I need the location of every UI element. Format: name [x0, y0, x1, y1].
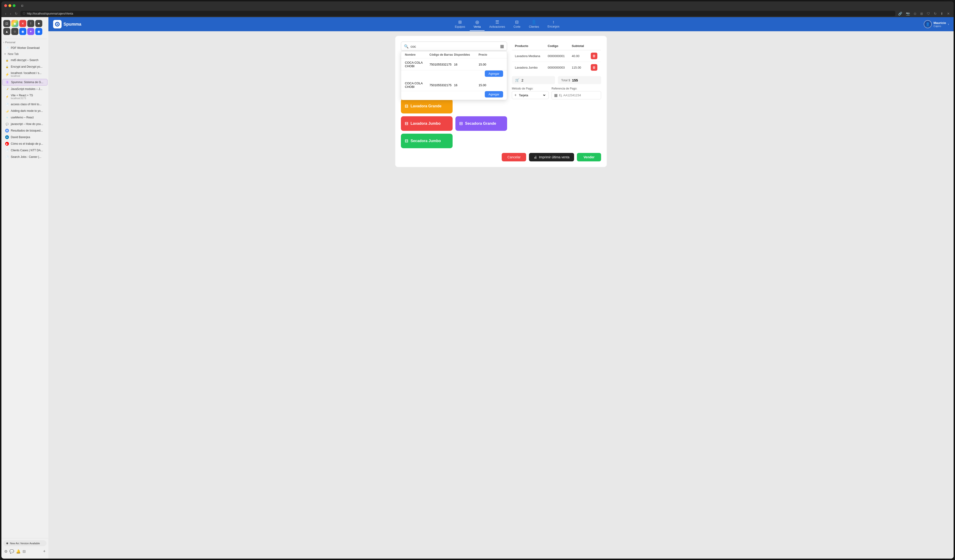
barcode-icon[interactable]: ▦ — [500, 44, 504, 49]
reload-button[interactable]: ↻ — [14, 11, 19, 16]
lavadora-grande-label: Lavadora Grande — [410, 104, 441, 108]
imprimir-button[interactable]: 🖨 Imprimir última venta — [529, 153, 574, 161]
back-button[interactable]: ‹ — [4, 11, 7, 16]
bookmark-icon[interactable]: 🔗 — [897, 11, 903, 16]
sidebar-github-btn[interactable]: ● — [35, 20, 42, 27]
cart-row-2-delete-btn[interactable]: 🗑 — [591, 64, 597, 71]
payment-select-wrapper: + Tarjeta Efectivo Transferencia — [512, 91, 549, 99]
payment-input-wrapper: ▦ — [551, 91, 601, 99]
personal-label: Personal — [5, 41, 15, 44]
header-user[interactable]: 👤 Mauricio Cajero › — [924, 20, 949, 28]
sidebar-item-access[interactable]: 📄 access class of html to... — [2, 101, 47, 107]
spumma-icon: S — [5, 80, 9, 84]
nav-tab-activaciones[interactable]: ☰ Activaciones — [485, 17, 509, 31]
cart-footer: 🛒 2 Total $ 155 — [512, 76, 601, 99]
sidebar-item-vite[interactable]: ⚡ Vite + React + TS localhost:5173 — [2, 92, 47, 101]
sidebar-item-usememo[interactable]: ⚛ useMemo – React — [2, 114, 47, 120]
sidebar-clients-label: Clients Cases | NTT DA... — [11, 149, 43, 152]
product-btn-secadora-jumbo[interactable]: ⊟ Secadora Jumbo — [401, 134, 452, 148]
nav-tab-corte[interactable]: ⊟ Corte — [510, 17, 524, 31]
new-arc-badge[interactable]: ◉ New Arc Version Available — [3, 540, 47, 546]
sidebar-rainbow-btn[interactable]: ◉ — [11, 20, 18, 27]
result-2-precio: 15.00 — [479, 83, 503, 87]
nav-tab-encargos[interactable]: ↕ Encargos — [544, 17, 563, 31]
sidebar-item-resultados[interactable]: M Resultados de búsqued... — [2, 128, 47, 134]
sidebar-new-tab[interactable]: + New Tab — [2, 51, 49, 57]
agregar-btn-1[interactable]: Agregar — [485, 70, 503, 77]
share-icon[interactable]: ⬆ — [939, 11, 944, 16]
sidebar-top-icons: ⊡ ◉ ✕ ! ● ▲ ☆ ◉ ✦ ◉ — [2, 19, 49, 36]
product-btn-secadora-grande[interactable]: ⊟ Secadora Grande — [456, 116, 507, 131]
agregar-btn-2[interactable]: Agregar — [485, 91, 503, 97]
cancelar-button[interactable]: Cancelar — [502, 153, 526, 161]
result-2-nombre: COCA COLA CHOBI — [405, 81, 430, 89]
sidebar-star-btn[interactable]: ☆ — [11, 28, 18, 35]
cart-table: Producto Codigo Subtotal Lavadora Median… — [512, 42, 601, 73]
sidebar-item-david[interactable]: in David Banerjea — [2, 134, 47, 140]
nav-tab-equipos[interactable]: ⊞ Equipos — [451, 17, 469, 31]
sidebar-md5-label: md5 decrypt – Search — [11, 58, 38, 62]
refresh-icon[interactable]: ↻ — [933, 11, 938, 16]
sidebar-item-pdf-worker[interactable]: 📄 PDF Worker Download — [2, 45, 47, 51]
result-2-disponibles: 16 — [454, 83, 479, 87]
screenshot-icon[interactable]: ⊙ — [913, 11, 917, 16]
sidebar-personal-section[interactable]: › Personal — [2, 40, 49, 45]
arc-icon: ◉ — [6, 542, 8, 545]
cart-row-1-producto: Lavadora Mediana — [512, 50, 545, 62]
search-input[interactable] — [410, 44, 498, 48]
sidebar-item-search-jobs[interactable]: 📄 Search Jobs : Career |... — [2, 154, 47, 160]
nav-tabs: ⊞ Equipos ◎ Venta ☰ Activaciones ⊟ Corte — [91, 17, 924, 31]
sidebar-resultados-label: Resultados de búsqued... — [11, 129, 43, 132]
lavadora-jumbo-icon: ⊟ — [405, 121, 408, 126]
md5-icon: 🔒 — [5, 58, 9, 62]
sidebar-item-js-modules[interactable]: 📝 JavaScript modules – J... — [2, 86, 47, 92]
sidebar-item-encrypt[interactable]: 🔒 Encrypt and Decrypt yo... — [2, 64, 47, 70]
sidebar-blue-btn[interactable]: ◉ — [19, 28, 26, 35]
sidebar-chat-icon[interactable]: 💬 — [9, 549, 14, 554]
maximize-button[interactable] — [13, 4, 16, 7]
sidebar-david-label: David Banerjea — [11, 136, 30, 139]
forward-button[interactable]: › — [9, 11, 12, 16]
sidebar-red-btn[interactable]: ✕ — [19, 20, 26, 27]
browser-content: ⊡ ◉ ✕ ! ● ▲ ☆ ◉ ✦ ◉ › Personal 📄 PDF Wor… — [2, 17, 953, 558]
cart-row-1-delete-btn[interactable]: 🗑 — [591, 53, 597, 59]
extension-icon[interactable]: ⊞ — [919, 11, 924, 16]
sidebar-purple-btn[interactable]: ✦ — [27, 28, 34, 35]
sidebar-bell-icon[interactable]: 🔔 — [16, 549, 21, 554]
sidebar-camera-btn[interactable]: ⊡ — [3, 20, 10, 27]
vender-button[interactable]: Vender — [577, 153, 601, 161]
close-button[interactable] — [4, 4, 7, 7]
sidebar-plus-icon[interactable]: + — [43, 549, 45, 554]
corte-label: Corte — [514, 25, 520, 28]
page-body: 🔍 ▦ Nombre Código de Barras Dis — [49, 31, 953, 558]
sidebar-triangle-btn[interactable]: ▲ — [3, 28, 10, 35]
sidebar-item-como[interactable]: ▶ Cómo es el trabajo de p... — [2, 141, 47, 147]
sidebar-square-icon[interactable]: ⊟ — [23, 549, 26, 554]
pos-top: 🔍 ▦ Nombre Código de Barras Dis — [401, 42, 601, 148]
address-bar[interactable]: ⓘ http://localhost/spumma/cajero/Venta — [20, 11, 895, 16]
sidebar-exclaim-btn[interactable]: ! — [27, 20, 34, 27]
sidebar-gear-icon[interactable]: ⚙ — [4, 549, 8, 554]
result-1-codigo: 7501055332175 — [430, 63, 454, 66]
clientes-icon: 👤 — [531, 19, 537, 25]
camera-icon[interactable]: 📷 — [905, 11, 911, 16]
sidebar-item-spumma[interactable]: S Spumma: Sistema de G... — [2, 79, 47, 86]
settings-icon[interactable]: ✕ — [946, 11, 951, 16]
nav-tab-venta[interactable]: ◎ Venta — [470, 17, 485, 31]
product-btn-lavadora-grande[interactable]: ⊟ Lavadora Grande — [401, 99, 452, 113]
payment-metodo-select[interactable]: Tarjeta Efectivo Transferencia — [518, 93, 546, 97]
nav-tab-clientes[interactable]: 👤 Clientes — [525, 17, 543, 31]
secadora-grande-label: Secadora Grande — [465, 122, 496, 126]
sidebar-toggle-icon[interactable]: ⊡ — [19, 3, 25, 8]
payment-referencia-input[interactable] — [559, 94, 598, 97]
sidebar-item-md5[interactable]: 🔒 md5 decrypt – Search — [2, 57, 47, 63]
shield-icon[interactable]: 🛡 — [926, 11, 931, 16]
sidebar-item-dark-mode[interactable]: 🌙 Adding dark mode to yo... — [2, 108, 47, 114]
sidebar-item-localhost[interactable]: ⚡ localhost / localhost / s... localhost — [2, 70, 47, 78]
sidebar-item-clients[interactable]: 📄 Clients Cases | NTT DA... — [2, 147, 47, 153]
product-btn-lavadora-jumbo[interactable]: ⊟ Lavadora Jumbo — [401, 116, 452, 131]
sidebar-item-js-how[interactable]: 💬 javascript – How do you... — [2, 121, 47, 127]
sidebar-teal-btn[interactable]: ◉ — [35, 28, 42, 35]
minimize-button[interactable] — [8, 4, 11, 7]
equipos-label: Equipos — [455, 25, 465, 28]
